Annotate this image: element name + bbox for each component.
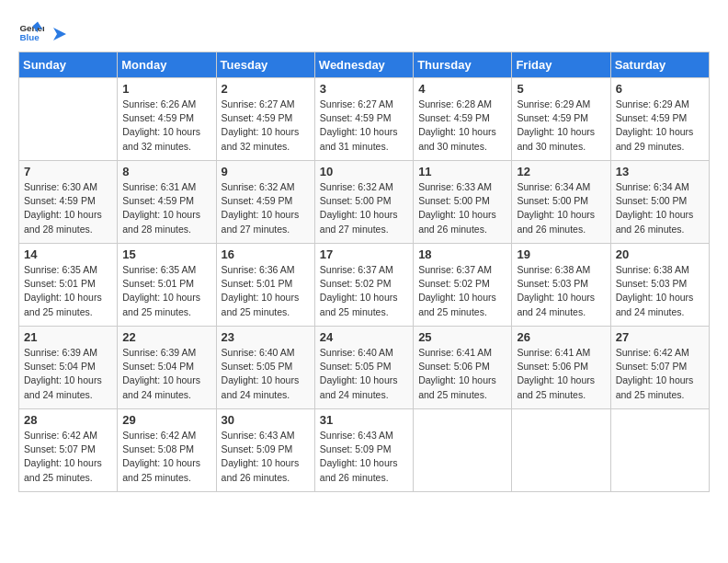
logo: General Blue: [18, 18, 70, 44]
day-info: Sunrise: 6:27 AM Sunset: 4:59 PM Dayligh…: [320, 98, 408, 154]
day-cell: 18Sunrise: 6:37 AM Sunset: 5:02 PM Dayli…: [414, 244, 512, 327]
header-row: SundayMondayTuesdayWednesdayThursdayFrid…: [19, 52, 710, 78]
day-info: Sunrise: 6:39 AM Sunset: 5:04 PM Dayligh…: [122, 346, 210, 402]
day-info: Sunrise: 6:43 AM Sunset: 5:09 PM Dayligh…: [320, 429, 408, 485]
day-number: 15: [122, 247, 210, 261]
day-number: 8: [122, 165, 210, 178]
day-number: 2: [222, 82, 310, 96]
day-info: Sunrise: 6:38 AM Sunset: 5:03 PM Dayligh…: [517, 263, 605, 319]
day-cell: 9Sunrise: 6:32 AM Sunset: 4:59 PM Daylig…: [216, 161, 314, 244]
day-cell: 30Sunrise: 6:43 AM Sunset: 5:09 PM Dayli…: [216, 409, 314, 492]
day-cell: 24Sunrise: 6:40 AM Sunset: 5:05 PM Dayli…: [314, 327, 413, 409]
day-number: 1: [122, 82, 210, 96]
day-number: 13: [616, 165, 704, 178]
day-number: 11: [418, 165, 506, 178]
day-info: Sunrise: 6:42 AM Sunset: 5:08 PM Dayligh…: [122, 429, 210, 485]
day-number: 27: [616, 330, 704, 344]
calendar-table: SundayMondayTuesdayWednesdayThursdayFrid…: [18, 52, 710, 492]
week-row-2: 7Sunrise: 6:30 AM Sunset: 4:59 PM Daylig…: [19, 161, 710, 244]
day-number: 29: [122, 413, 210, 427]
calendar-body: 1Sunrise: 6:26 AM Sunset: 4:59 PM Daylig…: [19, 78, 710, 492]
day-cell: 16Sunrise: 6:36 AM Sunset: 5:01 PM Dayli…: [216, 244, 314, 327]
day-number: 16: [222, 247, 310, 261]
day-number: 22: [122, 330, 210, 344]
svg-marker-3: [53, 28, 66, 40]
day-info: Sunrise: 6:41 AM Sunset: 5:06 PM Dayligh…: [418, 346, 506, 402]
header-cell-wednesday: Wednesday: [314, 52, 413, 78]
day-number: 24: [320, 330, 408, 344]
header-cell-tuesday: Tuesday: [216, 52, 314, 78]
day-number: 5: [517, 82, 605, 96]
day-cell: 25Sunrise: 6:41 AM Sunset: 5:06 PM Dayli…: [414, 327, 512, 409]
header-cell-saturday: Saturday: [610, 52, 709, 78]
day-cell: 26Sunrise: 6:41 AM Sunset: 5:06 PM Dayli…: [512, 327, 610, 409]
day-cell: 12Sunrise: 6:34 AM Sunset: 5:00 PM Dayli…: [512, 161, 610, 244]
day-number: 7: [24, 165, 112, 178]
day-info: Sunrise: 6:30 AM Sunset: 4:59 PM Dayligh…: [24, 180, 112, 236]
day-number: 3: [320, 82, 408, 96]
day-number: 6: [616, 82, 704, 96]
day-cell: 5Sunrise: 6:29 AM Sunset: 4:59 PM Daylig…: [512, 78, 610, 161]
day-cell: 11Sunrise: 6:33 AM Sunset: 5:00 PM Dayli…: [414, 161, 512, 244]
day-info: Sunrise: 6:42 AM Sunset: 5:07 PM Dayligh…: [24, 429, 112, 485]
day-info: Sunrise: 6:40 AM Sunset: 5:05 PM Dayligh…: [222, 346, 310, 402]
day-cell: 1Sunrise: 6:26 AM Sunset: 4:59 PM Daylig…: [118, 78, 216, 161]
day-info: Sunrise: 6:37 AM Sunset: 5:02 PM Dayligh…: [320, 263, 408, 319]
day-cell: 17Sunrise: 6:37 AM Sunset: 5:02 PM Dayli…: [314, 244, 413, 327]
day-cell: 13Sunrise: 6:34 AM Sunset: 5:00 PM Dayli…: [610, 161, 709, 244]
week-row-5: 28Sunrise: 6:42 AM Sunset: 5:07 PM Dayli…: [19, 409, 710, 492]
day-number: 19: [517, 247, 605, 261]
day-number: 17: [320, 247, 408, 261]
day-number: 12: [517, 165, 605, 178]
day-cell: 8Sunrise: 6:31 AM Sunset: 4:59 PM Daylig…: [118, 161, 216, 244]
logo-icon: General Blue: [18, 18, 44, 44]
day-cell: 23Sunrise: 6:40 AM Sunset: 5:05 PM Dayli…: [216, 327, 314, 409]
day-number: 23: [222, 330, 310, 344]
day-cell: 19Sunrise: 6:38 AM Sunset: 5:03 PM Dayli…: [512, 244, 610, 327]
calendar-header: SundayMondayTuesdayWednesdayThursdayFrid…: [19, 52, 710, 78]
day-info: Sunrise: 6:31 AM Sunset: 4:59 PM Dayligh…: [122, 180, 210, 236]
day-number: 25: [418, 330, 506, 344]
day-number: 20: [616, 247, 704, 261]
day-number: 31: [320, 413, 408, 427]
day-number: 28: [24, 413, 112, 427]
day-info: Sunrise: 6:43 AM Sunset: 5:09 PM Dayligh…: [222, 429, 310, 485]
day-info: Sunrise: 6:37 AM Sunset: 5:02 PM Dayligh…: [418, 263, 506, 319]
day-info: Sunrise: 6:34 AM Sunset: 5:00 PM Dayligh…: [616, 180, 704, 236]
day-cell: 7Sunrise: 6:30 AM Sunset: 4:59 PM Daylig…: [19, 161, 118, 244]
day-info: Sunrise: 6:36 AM Sunset: 5:01 PM Dayligh…: [222, 263, 310, 319]
header-cell-sunday: Sunday: [19, 52, 118, 78]
day-cell: 22Sunrise: 6:39 AM Sunset: 5:04 PM Dayli…: [118, 327, 216, 409]
day-info: Sunrise: 6:32 AM Sunset: 5:00 PM Dayligh…: [320, 180, 408, 236]
day-number: 30: [222, 413, 310, 427]
day-number: 14: [24, 247, 112, 261]
day-cell: [610, 409, 709, 492]
day-cell: 20Sunrise: 6:38 AM Sunset: 5:03 PM Dayli…: [610, 244, 709, 327]
logo-arrow-icon: [50, 24, 70, 44]
day-number: 10: [320, 165, 408, 178]
header-cell-thursday: Thursday: [414, 52, 512, 78]
day-info: Sunrise: 6:40 AM Sunset: 5:05 PM Dayligh…: [320, 346, 408, 402]
day-number: 26: [517, 330, 605, 344]
day-cell: 28Sunrise: 6:42 AM Sunset: 5:07 PM Dayli…: [19, 409, 118, 492]
day-info: Sunrise: 6:33 AM Sunset: 5:00 PM Dayligh…: [418, 180, 506, 236]
day-info: Sunrise: 6:29 AM Sunset: 4:59 PM Dayligh…: [517, 98, 605, 154]
svg-text:Blue: Blue: [19, 32, 40, 42]
day-info: Sunrise: 6:38 AM Sunset: 5:03 PM Dayligh…: [616, 263, 704, 319]
week-row-3: 14Sunrise: 6:35 AM Sunset: 5:01 PM Dayli…: [19, 244, 710, 327]
day-info: Sunrise: 6:26 AM Sunset: 4:59 PM Dayligh…: [122, 98, 210, 154]
day-number: 4: [418, 82, 506, 96]
day-cell: [19, 78, 118, 161]
day-cell: 31Sunrise: 6:43 AM Sunset: 5:09 PM Dayli…: [314, 409, 413, 492]
week-row-4: 21Sunrise: 6:39 AM Sunset: 5:04 PM Dayli…: [19, 327, 710, 409]
day-cell: [512, 409, 610, 492]
day-info: Sunrise: 6:39 AM Sunset: 5:04 PM Dayligh…: [24, 346, 112, 402]
week-row-1: 1Sunrise: 6:26 AM Sunset: 4:59 PM Daylig…: [19, 78, 710, 161]
day-cell: 4Sunrise: 6:28 AM Sunset: 4:59 PM Daylig…: [414, 78, 512, 161]
day-number: 9: [222, 165, 310, 178]
day-cell: 14Sunrise: 6:35 AM Sunset: 5:01 PM Dayli…: [19, 244, 118, 327]
day-info: Sunrise: 6:41 AM Sunset: 5:06 PM Dayligh…: [517, 346, 605, 402]
day-cell: 2Sunrise: 6:27 AM Sunset: 4:59 PM Daylig…: [216, 78, 314, 161]
day-cell: [414, 409, 512, 492]
day-info: Sunrise: 6:35 AM Sunset: 5:01 PM Dayligh…: [122, 263, 210, 319]
